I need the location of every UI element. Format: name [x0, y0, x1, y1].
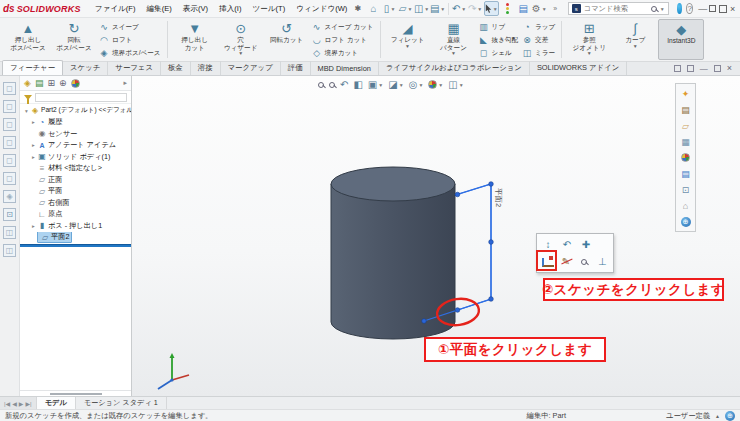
tree-item-material[interactable]: ≡ 材料 <指定なし> — [20, 163, 131, 175]
select-tool-button[interactable]: ▼ — [484, 1, 499, 16]
maximize-button[interactable] — [718, 2, 727, 16]
menu-edit[interactable]: 編集(E) — [141, 2, 176, 16]
doc-minimize-button[interactable]: — — [700, 64, 708, 73]
pane-left-icon[interactable] — [674, 65, 681, 72]
help-icon[interactable]: ? — [686, 3, 693, 14]
move-entity-button[interactable]: ✚ — [577, 237, 595, 253]
search-dropdown-icon[interactable]: ▼ — [660, 6, 665, 12]
intersect-button[interactable]: ⊗交差 — [520, 34, 557, 46]
view-cube-icon-1[interactable]: ◻ — [3, 82, 16, 95]
extrude-boss-button[interactable]: ▲押し出し ボス/ベース — [5, 19, 51, 60]
new-document-button[interactable]: ▯▼ — [382, 1, 397, 16]
doc-restore-button[interactable] — [714, 65, 721, 72]
tab-evaluate[interactable]: 評価 — [281, 61, 311, 75]
tab-scroll-arrows[interactable]: |◀ ◀ ▶ ▶| — [0, 397, 37, 409]
display-style-button[interactable]: ◪▼ — [388, 79, 403, 90]
search-scope-icon[interactable]: s — [572, 4, 581, 13]
boundary-cut-button[interactable]: ◇境界カット — [310, 47, 376, 59]
user-account-icon[interactable] — [677, 3, 683, 14]
cylinder-top-face[interactable] — [331, 167, 455, 201]
display-settings-button[interactable]: ▤ — [516, 1, 531, 16]
view-palette-icon[interactable]: ▦ — [679, 135, 693, 148]
expand-arrow-icon[interactable]: ▸ — [30, 223, 37, 229]
shell-button[interactable]: ◻シェル — [477, 47, 521, 59]
boundary-boss-button[interactable]: ◈境界ボス/ベース — [97, 47, 163, 59]
dropdown-icon[interactable]: ▼ — [633, 44, 638, 50]
tree-item-origin[interactable]: ∟ 原点 — [20, 209, 131, 221]
draft-button[interactable]: ◣抜き勾配 — [477, 34, 521, 46]
instant3d-button[interactable]: ◆Instant3D — [658, 19, 704, 60]
graphics-viewport[interactable]: ↶ ◧ ▣▼ ◪▼ ◎▼ ▼ ◫▼ — [132, 76, 740, 396]
expand-arrow-icon[interactable]: ▸ — [30, 142, 37, 148]
search-icon[interactable] — [651, 6, 657, 12]
tree-item-plane2[interactable]: ▱ 平面2 — [20, 232, 131, 244]
print-button[interactable]: ▤▼ — [430, 1, 445, 16]
tab-features[interactable]: フィーチャー — [2, 60, 63, 75]
view-cube-icon-6[interactable]: ◻ — [3, 172, 16, 185]
redo-button[interactable]: ↷▼ — [468, 1, 483, 16]
previous-view-button[interactable]: ↶ — [340, 79, 348, 90]
reference-geometry-button[interactable]: ⊞参照 ジオメトリ▼ — [566, 19, 612, 60]
scroll-next-icon[interactable]: ▶ — [19, 400, 24, 407]
display-manager-tab-icon[interactable] — [71, 79, 80, 88]
extrude-cut-button[interactable]: ▼押し出し カット — [172, 19, 218, 60]
tree-item-history[interactable]: ▸ ◔ 履歴 — [20, 117, 131, 129]
pin-menu-icon[interactable]: ✱ — [354, 4, 361, 13]
wrap-button[interactable]: ◔ラップ — [520, 21, 557, 33]
sweep-cut-button[interactable]: ∿スイープ カット — [310, 21, 376, 33]
loft-button[interactable]: ◠ロフト — [97, 34, 163, 46]
configuration-manager-tab-icon[interactable]: ⊞ — [47, 78, 55, 88]
layered-panes-icon-1[interactable]: ◫ — [3, 226, 16, 239]
screen-view-icon[interactable]: ⊡ — [3, 208, 16, 221]
view-cube-icon-4[interactable]: ◻ — [3, 136, 16, 149]
view-orientation-button[interactable]: ▣▼ — [368, 79, 383, 90]
menu-file[interactable]: ファイル(F) — [90, 2, 141, 16]
edit-appearance-button[interactable]: ▼ — [428, 80, 443, 89]
panel-expand-icon[interactable]: ▸ — [123, 79, 127, 87]
tree-root-part[interactable]: ▾ ◈ Part2 (デフォルト) <<デフォルト>_表示状態 1 — [20, 105, 131, 117]
options-button[interactable]: ⚙▼ — [532, 1, 547, 16]
revolve-boss-button[interactable]: ↻回転 ボス/ベース — [51, 19, 97, 60]
linear-pattern-button[interactable]: ▦直線 パターン▼ — [431, 19, 477, 60]
menu-tools[interactable]: ツール(T) — [247, 2, 290, 16]
scroll-prev-icon[interactable]: ◀ — [12, 400, 17, 407]
file-explorer-icon[interactable]: ▱ — [679, 119, 693, 132]
sweep-button[interactable]: ∿スイープ — [97, 21, 163, 33]
restore-button[interactable] — [708, 2, 717, 16]
menu-window[interactable]: ウィンドウ(W) — [291, 2, 352, 16]
fillet-button[interactable]: ◢フィレット▼ — [385, 19, 431, 60]
undo-button[interactable]: ↶▼ — [452, 1, 467, 16]
expand-arrow-icon[interactable]: ▸ — [30, 119, 37, 125]
mirror-button[interactable]: ◫ミラー — [520, 47, 557, 59]
dropdown-icon[interactable]: ▼ — [405, 44, 410, 50]
tree-item-annotations[interactable]: ▸ A アノテート アイテム — [20, 140, 131, 152]
dropdown-icon[interactable]: ▼ — [238, 51, 243, 57]
tree-item-front-plane[interactable]: ▱ 正面 — [20, 174, 131, 186]
hide-plane-button[interactable]: ✎ — [557, 254, 574, 270]
display-mode-label[interactable]: ユーザー定義 — [666, 411, 710, 421]
expand-arrow-icon[interactable]: ▸ — [30, 154, 37, 160]
solidworks-resources-icon[interactable]: ✦ — [679, 87, 693, 100]
rib-button[interactable]: ▥リブ — [477, 21, 521, 33]
view-cube-icon-5[interactable]: ◻ — [3, 154, 16, 167]
expand-arrow-icon[interactable]: ▾ — [23, 108, 30, 114]
dropdown-icon[interactable]: ▼ — [451, 51, 456, 57]
undo-button-popup[interactable]: ↶ — [558, 237, 576, 253]
tree-item-right-plane[interactable]: ▱ 右側面 — [20, 197, 131, 209]
rollback-bar[interactable] — [20, 244, 131, 247]
property-manager-tab-icon[interactable]: ▤ — [35, 78, 44, 88]
tree-filter-input[interactable] — [35, 93, 127, 102]
hole-wizard-button[interactable]: ⊙穴 ウィザード▼ — [218, 19, 264, 60]
view-cube-icon-7[interactable]: ◈ — [3, 190, 16, 203]
dimxpert-manager-tab-icon[interactable]: ⊕ — [59, 78, 67, 88]
tab-sketch[interactable]: スケッチ — [63, 61, 108, 75]
display-mode-dropdown-icon[interactable]: ▲ — [715, 413, 720, 419]
doc-close-button[interactable]: × — [727, 63, 732, 73]
menu-view[interactable]: 表示(V) — [178, 2, 213, 16]
tab-surfaces[interactable]: サーフェス — [108, 61, 161, 75]
zoom-to-selection-button[interactable] — [576, 254, 593, 270]
custom-properties-icon[interactable]: ▤ — [679, 167, 693, 180]
layered-panes-icon-2[interactable]: ◫ — [3, 244, 16, 257]
tab-weldments[interactable]: 溶接 — [191, 61, 221, 75]
view-cube-icon-3[interactable]: ◻ — [3, 118, 16, 131]
